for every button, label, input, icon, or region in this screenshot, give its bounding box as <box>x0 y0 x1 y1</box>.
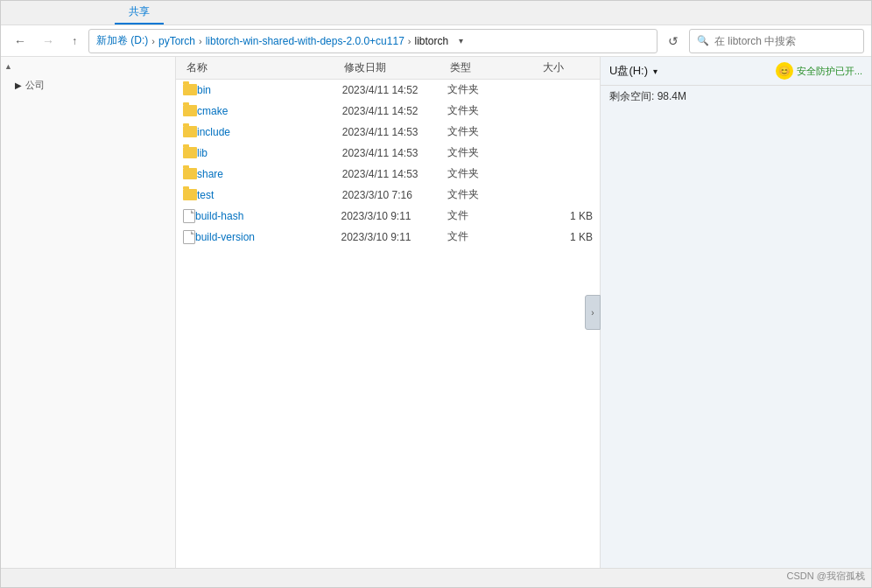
search-icon: 🔍 <box>697 35 709 46</box>
file-name: build-version <box>195 231 341 243</box>
right-panel-header: U盘(H:) ▾ 😊 安全防护已开... <box>601 57 871 86</box>
table-row[interactable]: build-version2023/3/10 9:11文件1 KB <box>176 227 600 248</box>
drive-dropdown-icon[interactable]: ▾ <box>653 66 658 76</box>
breadcrumb-sep-2: › <box>199 36 202 46</box>
sidebar-item-icon-1: ▶ <box>15 80 22 90</box>
file-type: 文件 <box>447 229 540 244</box>
forward-button[interactable]: → <box>36 29 60 53</box>
breadcrumb: 新加卷 (D:) › pyTorch › libtorch-win-shared… <box>88 29 658 53</box>
breadcrumb-pytorch[interactable]: pyTorch <box>158 35 195 47</box>
folder-icon <box>183 126 197 137</box>
col-header-size[interactable]: 大小 <box>539 60 593 75</box>
breadcrumb-sep-3: › <box>408 36 411 46</box>
table-row[interactable]: cmake2023/4/11 14:52文件夹 <box>176 101 600 122</box>
sidebar-section-header[interactable]: ▲ <box>1 60 175 73</box>
ribbon-tab-share[interactable]: 共享 <box>115 1 164 24</box>
folder-icon <box>183 168 197 179</box>
security-badge[interactable]: 😊 安全防护已开... <box>776 62 862 80</box>
file-date: 2023/4/11 14:52 <box>342 105 448 117</box>
col-header-modified[interactable]: 修改日期 <box>341 60 447 75</box>
refresh-button[interactable]: ↺ <box>661 29 686 53</box>
file-date: 2023/4/11 14:53 <box>342 168 448 180</box>
breadcrumb-new-volume[interactable]: 新加卷 (D:) <box>96 33 148 48</box>
file-type: 文件夹 <box>447 103 539 118</box>
col-header-type[interactable]: 类型 <box>447 60 539 75</box>
folder-icon <box>183 189 197 200</box>
file-size: 1 KB <box>539 231 593 243</box>
search-input[interactable] <box>714 35 846 47</box>
file-name: build-hash <box>195 210 341 222</box>
file-name: bin <box>197 84 342 96</box>
table-row[interactable]: build-hash2023/3/10 9:11文件1 KB <box>176 206 600 227</box>
file-name: test <box>197 189 342 201</box>
file-type: 文件夹 <box>447 166 539 181</box>
file-type: 文件夹 <box>447 187 539 202</box>
file-list: 名称 修改日期 类型 大小 bin2023/4/11 14:52文件夹cmake… <box>176 57 600 568</box>
file-type: 文件夹 <box>447 145 539 160</box>
file-type: 文件夹 <box>447 124 539 139</box>
back-button[interactable]: ← <box>8 29 32 53</box>
collapse-panel-button[interactable]: › <box>585 295 601 330</box>
drive-label[interactable]: U盘(H:) ▾ <box>609 63 658 79</box>
table-row[interactable]: lib2023/4/11 14:53文件夹 <box>176 143 600 164</box>
breadcrumb-sep-1: › <box>151 36 155 46</box>
table-row[interactable]: test2023/3/10 7:16文件夹 <box>176 185 600 206</box>
file-date: 2023/4/11 14:52 <box>342 84 448 96</box>
table-row[interactable]: include2023/4/11 14:53文件夹 <box>176 122 600 143</box>
free-space-text: 剩余空间: 98.4M <box>601 86 871 108</box>
folder-icon <box>183 105 197 116</box>
folder-icon <box>183 84 197 95</box>
table-row[interactable]: bin2023/4/11 14:52文件夹 <box>176 80 600 101</box>
drive-name: U盘(H:) <box>609 63 648 79</box>
file-icon <box>183 230 195 244</box>
up-button[interactable]: ↑ <box>64 31 85 52</box>
file-explorer-window: 共享 ← → ↑ 新加卷 (D:) › pyTorch › libtorch-w… <box>0 0 872 588</box>
right-panel: U盘(H:) ▾ 😊 安全防护已开... 剩余空间: 98.4M <box>600 57 871 568</box>
file-type: 文件夹 <box>447 82 539 97</box>
file-date: 2023/4/11 14:53 <box>342 126 448 138</box>
file-rows-container: bin2023/4/11 14:52文件夹cmake2023/4/11 14:5… <box>176 80 600 248</box>
security-icon: 😊 <box>776 62 793 80</box>
file-name: include <box>197 126 342 138</box>
col-header-name[interactable]: 名称 <box>183 60 341 75</box>
sidebar-item-label-1: 公司 <box>25 79 45 92</box>
expand-arrow-icon: ▲ <box>4 62 12 71</box>
file-date: 2023/3/10 9:11 <box>341 210 447 222</box>
breadcrumb-dropdown-button[interactable]: ▾ <box>452 32 469 50</box>
file-name: cmake <box>197 105 342 117</box>
address-bar: ← → ↑ 新加卷 (D:) › pyTorch › libtorch-win-… <box>1 25 871 57</box>
table-row[interactable]: share2023/4/11 14:53文件夹 <box>176 164 600 185</box>
ribbon: 共享 <box>1 1 871 25</box>
security-text: 安全防护已开... <box>797 65 862 78</box>
file-size: 1 KB <box>539 210 593 222</box>
main-wrapper: ▲ ▶ 公司 名称 修改日期 类型 <box>1 57 871 568</box>
watermark: CSDN @我宿孤栈 <box>787 570 865 583</box>
file-date: 2023/3/10 9:11 <box>341 231 447 243</box>
file-date: 2023/3/10 7:16 <box>342 189 448 201</box>
column-headers: 名称 修改日期 类型 大小 <box>176 57 600 80</box>
sidebar-item-1[interactable]: ▶ 公司 <box>1 76 175 94</box>
search-box[interactable]: 🔍 <box>689 29 864 53</box>
file-date: 2023/4/11 14:53 <box>342 147 448 159</box>
sidebar: ▲ ▶ 公司 <box>1 57 176 568</box>
file-name: lib <box>197 147 342 159</box>
folder-icon <box>183 147 197 158</box>
breadcrumb-libtorch-pkg[interactable]: libtorch-win-shared-with-deps-2.0.0+cu11… <box>206 35 404 47</box>
file-icon <box>183 209 195 223</box>
breadcrumb-libtorch[interactable]: libtorch <box>415 35 449 47</box>
file-type: 文件 <box>447 208 540 223</box>
file-name: share <box>197 168 342 180</box>
collapse-icon: › <box>591 308 594 318</box>
status-bar: CSDN @我宿孤栈 <box>1 568 871 587</box>
